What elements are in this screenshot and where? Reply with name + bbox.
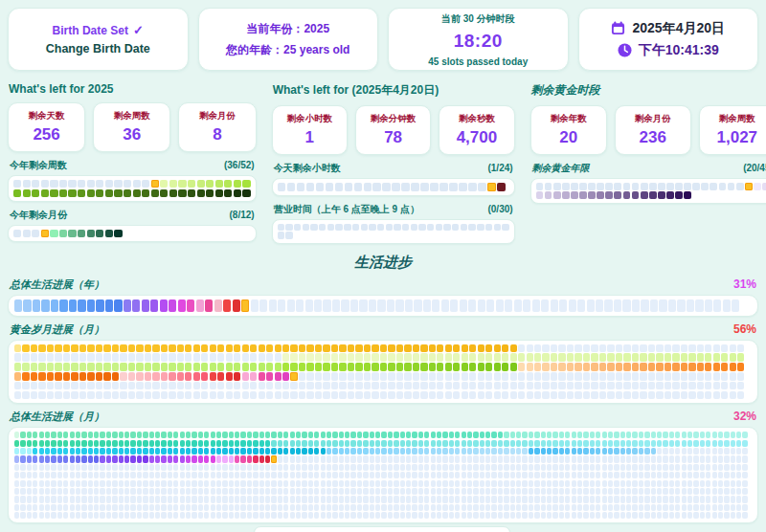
- grid-cell: [364, 344, 371, 353]
- weeks-grid: [13, 180, 251, 197]
- grid-cell: [675, 488, 680, 495]
- grid-cell: [69, 299, 77, 312]
- grid-cell: [705, 372, 711, 381]
- grid-cell: [614, 448, 619, 454]
- grid-cell: [596, 299, 603, 312]
- grid-cell: [136, 344, 143, 353]
- grid-cell: [681, 391, 687, 400]
- grid-cell: [290, 440, 295, 447]
- grid-cell: [143, 496, 147, 502]
- grid-cell: [96, 353, 102, 362]
- grid-cell: [235, 432, 239, 438]
- grid-cell: [754, 183, 761, 190]
- grid-cell: [583, 480, 588, 487]
- grid-cell: [339, 455, 344, 462]
- grid-cell: [596, 488, 600, 495]
- grid-cell: [498, 488, 503, 495]
- grid-cell: [88, 504, 93, 511]
- grid-cell: [124, 488, 129, 495]
- grid-cell: [406, 440, 411, 447]
- grid-cell: [547, 496, 552, 502]
- change-birth-date-button[interactable]: Change Birth Date: [46, 42, 150, 55]
- grid-cell: [705, 353, 711, 362]
- grid-cell: [700, 504, 705, 511]
- grid-cell: [648, 391, 655, 400]
- grid-cell: [565, 488, 570, 495]
- grid-cell: [327, 480, 331, 487]
- grid-cell: [591, 382, 597, 390]
- grid-cell: [669, 448, 674, 454]
- grid-cell: [345, 488, 349, 495]
- grid-cell: [736, 464, 741, 471]
- grid-cell: [656, 363, 663, 371]
- grid-cell: [437, 382, 443, 390]
- grid-cell: [20, 448, 25, 454]
- grid-cell: [363, 472, 368, 478]
- grid-cell: [226, 382, 233, 390]
- grid-cell: [394, 496, 398, 502]
- grid-cell: [352, 224, 359, 231]
- grid-cell: [350, 448, 355, 454]
- grid-cell: [567, 344, 574, 353]
- grid-cell: [498, 464, 503, 471]
- grid-cell: [348, 382, 354, 390]
- grid-cell: [608, 480, 613, 487]
- grid-cell: [130, 480, 135, 487]
- grid-cell: [485, 488, 490, 495]
- grid-cell: [22, 363, 29, 371]
- grid-cell: [339, 440, 344, 447]
- grid-cell: [572, 448, 576, 454]
- grid-cell: [656, 353, 663, 362]
- stat-label: 剩余天数: [29, 110, 65, 122]
- current-age-text: 您的年龄：25 years old: [226, 42, 349, 58]
- grid-cell: [32, 180, 39, 188]
- grid-cell: [296, 512, 301, 519]
- grid-cell: [130, 440, 135, 447]
- grid-cell: [27, 464, 32, 471]
- grid-cell: [186, 472, 191, 478]
- grid-cell: [327, 464, 331, 471]
- grid-cell: [160, 189, 168, 197]
- grid-cell: [453, 344, 460, 353]
- grid-cell: [178, 189, 186, 197]
- grid-cell: [431, 488, 436, 495]
- grid-cell: [473, 488, 478, 495]
- grid-cell: [697, 382, 704, 390]
- column-whats-left-year: What's left for 2025 剩余天数 256 剩余周数 36 剩余…: [8, 78, 257, 244]
- grid-cell: [303, 224, 309, 231]
- grid-cell: [259, 464, 264, 471]
- grid-cell: [669, 472, 674, 478]
- grid-cell: [406, 472, 411, 478]
- grid-cell: [614, 440, 619, 447]
- grid-cell: [319, 224, 326, 231]
- grid-cell: [718, 512, 723, 519]
- grid-cell: [185, 382, 192, 390]
- grid-cell: [234, 372, 240, 381]
- grid-cell: [242, 363, 249, 371]
- grid-cell: [565, 512, 570, 519]
- life-progress-title: 生活进步: [0, 254, 766, 272]
- grid-cell: [541, 448, 546, 454]
- grid-cell: [240, 432, 245, 438]
- grid-cell: [380, 353, 387, 362]
- grid-cell: [687, 488, 692, 495]
- grid-cell: [731, 504, 735, 511]
- grid-cell: [712, 512, 717, 519]
- grid-cell: [106, 440, 111, 447]
- grid-cell: [205, 299, 213, 312]
- life-years-grid: [14, 299, 752, 312]
- grid-cell: [478, 363, 484, 371]
- grid-cell: [732, 299, 739, 312]
- grid-cell: [468, 183, 477, 191]
- grid-cell: [161, 448, 166, 454]
- grid-cell: [663, 488, 667, 495]
- grid-cell: [339, 464, 344, 471]
- grid-cell: [516, 512, 521, 519]
- grid-cell: [449, 472, 454, 478]
- grid-cell: [332, 512, 337, 519]
- grid-cell: [265, 512, 270, 519]
- grid-cell: [124, 480, 129, 487]
- grid-cell: [160, 299, 168, 312]
- grid-cell: [412, 455, 417, 462]
- grid-cell: [497, 183, 506, 191]
